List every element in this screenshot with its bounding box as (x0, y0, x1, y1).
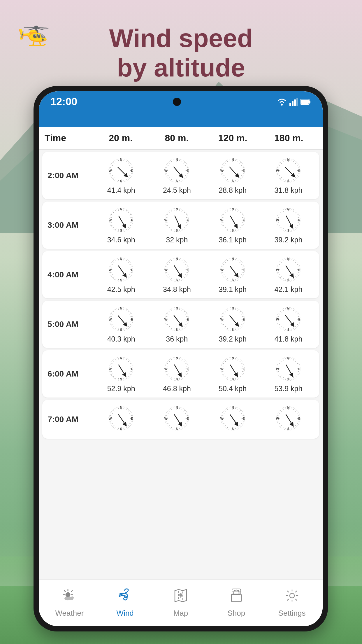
svg-text:W: W (276, 218, 279, 222)
svg-line-642 (179, 407, 180, 409)
svg-line-712 (291, 428, 291, 429)
wind-data-table[interactable]: 2:00 AM N S W E 41.4 kph N S W E 24.5 kp… (39, 150, 323, 603)
svg-line-718 (277, 421, 279, 421)
svg-line-309 (174, 266, 181, 276)
svg-text:S: S (120, 377, 122, 381)
svg-text:S: S (287, 427, 289, 430)
svg-text:W: W (220, 318, 223, 321)
svg-line-661 (167, 413, 168, 414)
title-area: Wind speed by altitude (0, 23, 362, 82)
status-bar: 12:00 (39, 91, 323, 112)
svg-rect-6 (296, 98, 298, 106)
svg-line-234 (285, 230, 286, 231)
svg-line-627 (111, 423, 113, 424)
svg-line-572 (225, 361, 226, 362)
svg-line-372 (124, 308, 124, 310)
svg-line-570 (222, 366, 223, 366)
svg-line-314 (240, 262, 241, 263)
svg-line-404 (184, 311, 185, 312)
svg-line-559 (241, 374, 242, 374)
svg-line-446 (225, 326, 226, 327)
svg-line-591 (293, 377, 294, 378)
svg-line-555 (241, 363, 242, 364)
svg-line-316 (242, 267, 243, 267)
wind-speed: 32 kph (166, 236, 188, 244)
svg-line-286 (186, 267, 188, 267)
svg-line-279 (119, 266, 126, 276)
svg-line-94 (230, 160, 230, 161)
svg-line-334 (230, 259, 230, 260)
svg-line-673 (238, 409, 238, 410)
svg-line-562 (235, 378, 236, 380)
svg-line-19 (130, 175, 131, 176)
wind-speed: 40.3 kph (107, 335, 135, 343)
svg-line-90 (222, 168, 223, 168)
map-nav-icon (173, 588, 188, 606)
svg-line-115 (283, 179, 284, 180)
svg-line-496 (131, 366, 132, 366)
svg-line-469 (297, 324, 298, 325)
svg-line-619 (130, 423, 131, 424)
svg-text:W: W (109, 367, 112, 371)
svg-line-715 (283, 427, 284, 428)
svg-text:E: E (131, 318, 133, 321)
svg-line-213 (227, 210, 228, 211)
svg-text:S: S (287, 278, 289, 282)
svg-line-183 (171, 210, 172, 211)
table-row: 3:00 AM N S W E 34.6 kph N S W E 32 kph … (42, 202, 319, 249)
svg-line-472 (291, 329, 291, 330)
weather-nav-icon (62, 588, 77, 606)
svg-line-18 (131, 173, 132, 173)
nav-weather[interactable]: Weather (42, 588, 97, 618)
svg-line-388 (110, 322, 112, 322)
svg-text:W: W (220, 367, 223, 371)
nav-wind[interactable]: Wind (97, 588, 153, 618)
svg-line-538 (166, 371, 168, 372)
svg-line-296 (169, 276, 170, 278)
svg-line-46 (186, 168, 188, 168)
svg-line-344 (295, 262, 296, 263)
svg-line-622 (124, 428, 124, 429)
nav-map[interactable]: Map (153, 588, 209, 618)
compass-dial: N S W E (107, 256, 135, 284)
wind-speed: 39.2 kph (274, 236, 302, 244)
svg-point-734 (290, 593, 294, 598)
svg-line-633 (115, 409, 116, 410)
svg-line-589 (297, 374, 298, 374)
svg-line-261 (126, 278, 127, 279)
wind-speed: 34.6 kph (107, 236, 135, 244)
compass-dial: N S W E (107, 355, 135, 383)
svg-line-129 (285, 167, 294, 176)
svg-line-442 (235, 329, 236, 330)
svg-line-374 (128, 311, 129, 312)
svg-line-105 (297, 165, 298, 166)
svg-line-177 (167, 225, 168, 226)
svg-line-528 (186, 371, 188, 372)
nav-shop[interactable]: Shop (208, 588, 264, 618)
svg-line-631 (111, 413, 113, 414)
nav-settings[interactable]: Settings (264, 588, 320, 618)
svg-line-656 (169, 425, 170, 426)
svg-line-556 (242, 366, 243, 366)
svg-line-628 (110, 421, 112, 421)
svg-line-253 (126, 260, 127, 261)
svg-line-199 (241, 225, 242, 226)
svg-line-440 (240, 326, 241, 327)
svg-line-111 (293, 179, 294, 180)
svg-line-204 (230, 230, 230, 231)
svg-line-584 (295, 361, 296, 362)
svg-line-22 (124, 180, 124, 181)
svg-line-238 (277, 223, 279, 223)
svg-line-600 (277, 366, 279, 366)
svg-line-318 (242, 272, 243, 272)
svg-line-235 (283, 228, 284, 230)
svg-line-717 (279, 423, 280, 424)
svg-line-709 (297, 423, 298, 424)
svg-line-325 (227, 278, 228, 279)
svg-text:N: N (176, 406, 178, 409)
svg-line-632 (113, 410, 114, 412)
svg-text:W: W (220, 169, 223, 172)
svg-line-408 (186, 322, 188, 322)
svg-text:S: S (176, 229, 178, 232)
svg-line-529 (185, 374, 187, 374)
